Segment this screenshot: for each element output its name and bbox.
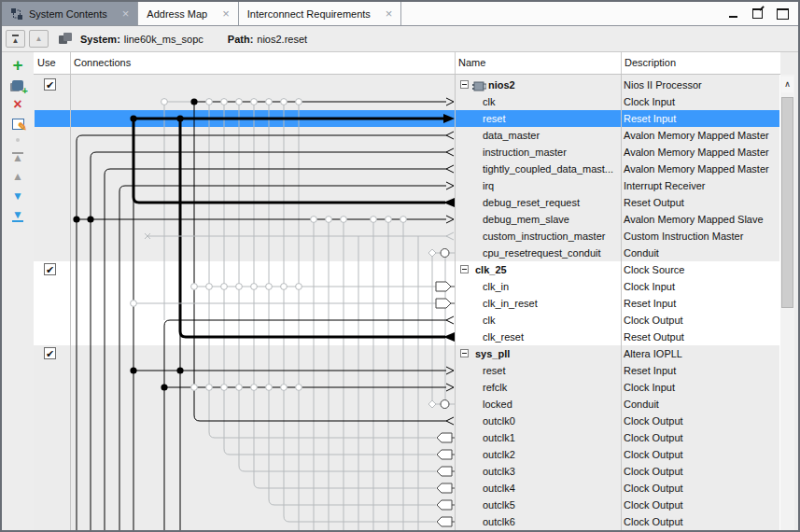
- row-description[interactable]: Reset Output: [621, 194, 778, 211]
- row-description[interactable]: Clock Output: [621, 429, 778, 446]
- plus-badge-icon: +: [22, 85, 28, 96]
- tab-label: Address Map: [147, 8, 207, 20]
- row-description[interactable]: Clock Source: [621, 261, 778, 278]
- use-checkbox[interactable]: ✔: [44, 78, 56, 91]
- pencil-icon: ✎: [18, 120, 27, 133]
- column-header-use[interactable]: Use: [37, 57, 56, 68]
- collapse-toggle-icon[interactable]: [460, 80, 469, 89]
- column-separator: [70, 75, 71, 530]
- scrollbar-thumb[interactable]: [781, 97, 793, 308]
- row-description[interactable]: Clock Input: [621, 278, 778, 295]
- path-value: nios2.reset: [257, 34, 307, 45]
- row-description[interactable]: Conduit: [621, 396, 778, 413]
- table-header: Use Connections Name Description: [34, 52, 780, 75]
- collapse-toggle-icon[interactable]: [460, 265, 469, 273]
- use-checkbox[interactable]: ✔: [44, 263, 56, 275]
- column-separator: [621, 75, 622, 530]
- jump-to-top-button[interactable]: ▲: [6, 30, 25, 48]
- row-name[interactable]: clk_25: [475, 261, 639, 278]
- float-window-icon[interactable]: [751, 7, 765, 19]
- row-description[interactable]: Clock Input: [621, 379, 778, 396]
- row-description[interactable]: Avalon Memory Mapped Master: [621, 144, 778, 161]
- add-connection-button[interactable]: +: [7, 76, 28, 94]
- move-bottom-button[interactable]: ▼: [7, 206, 28, 225]
- window-controls: [727, 7, 789, 19]
- row-description[interactable]: Reset Input: [621, 295, 778, 312]
- move-down-button[interactable]: ▼: [7, 187, 28, 205]
- row-name[interactable]: sys_pll: [475, 345, 639, 362]
- row-description[interactable]: Interrupt Receiver: [621, 177, 778, 194]
- close-icon[interactable]: ×: [122, 9, 130, 19]
- maximize-icon[interactable]: [776, 7, 789, 19]
- row-description[interactable]: Nios II Processor: [621, 77, 778, 93]
- tab-interconnect-requirements[interactable]: Interconnect Requirements×: [239, 2, 402, 25]
- qsys-system-contents-window: System Contents×Address Map×Interconnect…: [0, 0, 800, 532]
- module-icon: [472, 79, 486, 91]
- row-description[interactable]: Clock Output: [621, 413, 778, 429]
- row-description[interactable]: Clock Input: [621, 93, 778, 110]
- remove-button[interactable]: ×: [7, 95, 28, 114]
- scrollbar-up-icon[interactable]: ∧: [781, 77, 793, 92]
- column-header-connections[interactable]: Connections: [74, 57, 131, 68]
- path-label: Path:: [228, 34, 254, 45]
- jump-up-icon: ▲: [35, 35, 43, 43]
- column-header-description[interactable]: Description: [625, 57, 676, 68]
- use-checkbox[interactable]: ✔: [44, 347, 56, 359]
- move-up-button[interactable]: ▲: [7, 167, 28, 186]
- minimize-icon[interactable]: [727, 7, 740, 19]
- system-contents-icon: [10, 7, 23, 21]
- tab-label: System Contents: [29, 8, 107, 20]
- column-separator: [455, 52, 456, 74]
- close-icon[interactable]: ×: [386, 9, 393, 19]
- system-icon: [58, 32, 73, 47]
- connections-diagram[interactable]: [70, 75, 455, 530]
- edit-button[interactable]: ✎: [7, 115, 28, 133]
- row-description[interactable]: Avalon Memory Mapped Master: [621, 161, 778, 177]
- system-label: System:: [80, 34, 120, 45]
- row-description[interactable]: Reset Input: [621, 362, 778, 379]
- row-description[interactable]: Clock Output: [621, 446, 778, 463]
- row-description[interactable]: Reset Output: [621, 329, 778, 345]
- row-description[interactable]: Clock Output: [621, 480, 778, 497]
- jump-to-top-icon: ▲: [12, 35, 20, 44]
- row-description[interactable]: Clock Output: [621, 312, 778, 329]
- vertical-scrollbar[interactable]: ∧: [780, 75, 794, 530]
- table-body: ✔nios2Nios II ProcessorclkClock Inputres…: [34, 75, 780, 530]
- toolbar-separator: [16, 138, 20, 142]
- tab-address-map[interactable]: Address Map×: [138, 2, 238, 25]
- system-toolbar: ▲ ▲ System: line60k_ms_sopc Path: nios2.…: [2, 26, 798, 52]
- row-description[interactable]: Custom Instruction Master: [621, 228, 778, 245]
- row-description[interactable]: Clock Output: [621, 513, 778, 530]
- row-description[interactable]: Avalon Memory Mapped Slave: [621, 211, 778, 228]
- tab-label: Interconnect Requirements: [247, 8, 371, 20]
- row-description[interactable]: Altera IOPLL: [621, 345, 778, 362]
- jump-up-button[interactable]: ▲: [29, 30, 49, 48]
- close-icon[interactable]: ×: [222, 9, 230, 19]
- column-separator: [455, 75, 456, 530]
- column-separator: [621, 52, 622, 74]
- tab-bar: System Contents×Address Map×Interconnect…: [2, 2, 798, 26]
- row-description[interactable]: Conduit: [621, 245, 778, 261]
- row-description[interactable]: Avalon Memory Mapped Master: [621, 127, 778, 144]
- tabs-container: System Contents×Address Map×Interconnect…: [2, 2, 401, 25]
- row-description[interactable]: Clock Output: [621, 463, 778, 480]
- collapse-toggle-icon[interactable]: [460, 349, 469, 357]
- column-header-name[interactable]: Name: [458, 57, 485, 68]
- tab-system-contents[interactable]: System Contents×: [2, 2, 138, 25]
- add-button[interactable]: +: [7, 56, 28, 75]
- row-description[interactable]: Reset Input: [621, 110, 778, 127]
- row-description[interactable]: Clock Output: [621, 497, 778, 513]
- column-separator: [70, 52, 71, 74]
- system-value: line60k_ms_sopc: [124, 34, 204, 45]
- edit-toolbar: ++×✎▲▲▼▼: [2, 52, 34, 530]
- move-top-button[interactable]: ▲: [7, 147, 28, 166]
